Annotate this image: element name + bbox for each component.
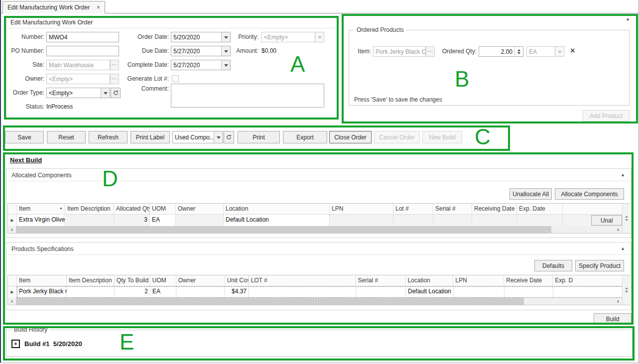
report-selector[interactable]: Used Compo...: [172, 131, 223, 143]
column-header-uom[interactable]: UOM: [150, 204, 176, 214]
print-button[interactable]: Print: [238, 131, 280, 143]
scroll-left-icon[interactable]: ‹: [8, 298, 16, 305]
tab-edit-manufacturing-work-order[interactable]: Edit Manufacturing Work Order ×: [2, 1, 105, 13]
export-button[interactable]: Export: [283, 131, 327, 143]
scroll-down-icon[interactable]: [625, 219, 628, 223]
cell-location[interactable]: Default Location: [406, 286, 454, 298]
table-row[interactable]: ▶ Pork Jerky Black Ch... 2 EA $4.37 Defa…: [8, 286, 622, 298]
build-history-entry[interactable]: + Build #1 5/20/2020: [11, 340, 82, 348]
column-header-location[interactable]: Location: [405, 275, 453, 286]
cell-uom[interactable]: EA: [150, 215, 176, 226]
column-header-receive-date[interactable]: Receive Date: [504, 275, 553, 286]
remove-product-icon[interactable]: ×: [570, 47, 575, 55]
reset-button[interactable]: Reset: [47, 131, 86, 143]
unallocate-all-button[interactable]: Unallocate All: [510, 188, 552, 200]
column-header-owner[interactable]: Owner: [176, 204, 224, 214]
column-header-lot[interactable]: LOT #: [249, 275, 356, 286]
build-history-title: Build History: [11, 326, 50, 333]
column-header-item[interactable]: Item▲: [17, 204, 65, 214]
refresh-button[interactable]: Refresh: [89, 131, 128, 143]
horizontal-scrollbar[interactable]: ‹ ›: [8, 298, 622, 305]
scroll-up-icon[interactable]: [625, 214, 628, 218]
cell-lpn[interactable]: [454, 286, 505, 298]
collapse-section-icon[interactable]: ▲: [621, 246, 625, 251]
scrollbar-thumb[interactable]: [16, 226, 551, 233]
vertical-scrollbar[interactable]: [622, 275, 630, 305]
complete-date-picker[interactable]: 5/27/2020: [171, 60, 231, 70]
column-header-unit-cost[interactable]: Unit Cost: [225, 275, 249, 286]
cell-item-description[interactable]: [67, 286, 115, 298]
specify-product-button[interactable]: Specify Product: [575, 260, 624, 271]
cell-exp-date[interactable]: [517, 215, 563, 226]
column-header-owner[interactable]: Owner: [176, 275, 225, 286]
report-refresh-button[interactable]: [224, 131, 234, 143]
unallocate-row-button[interactable]: Unal: [591, 215, 622, 226]
column-header-serial[interactable]: Serial #: [356, 275, 405, 286]
column-header-location[interactable]: Location: [224, 204, 330, 214]
cell-lot[interactable]: [393, 215, 433, 226]
save-button[interactable]: Save: [5, 131, 44, 143]
add-product-button[interactable]: Add Product: [583, 110, 630, 121]
column-header-qty-to-build[interactable]: Qty To Build: [115, 275, 150, 286]
column-header-receiving-date[interactable]: Receiving Date: [472, 204, 517, 214]
cell-qty-to-build[interactable]: 2: [115, 286, 150, 298]
cell-exp-d[interactable]: [553, 286, 623, 298]
collapse-panel-icon[interactable]: ▲: [626, 16, 630, 21]
cell-location[interactable]: Default Location: [224, 215, 330, 226]
expand-plus-icon[interactable]: +: [11, 340, 20, 348]
cell-owner[interactable]: [176, 286, 225, 298]
ordered-qty-input[interactable]: 2.00: [479, 46, 523, 57]
cell-receive-date[interactable]: [505, 286, 553, 298]
column-header-uom[interactable]: UOM: [150, 275, 176, 286]
scroll-up-icon[interactable]: [625, 286, 628, 289]
chevron-down-icon[interactable]: [221, 60, 230, 70]
chevron-down-icon[interactable]: [214, 131, 223, 143]
tab-close-icon[interactable]: ×: [97, 4, 100, 11]
allocate-components-button[interactable]: Allocate Components: [555, 188, 624, 200]
products-specifications-panel: Products Specifications ▲ Defaults Speci…: [6, 242, 632, 310]
cell-owner[interactable]: [176, 215, 224, 226]
column-header-lpn[interactable]: LPN: [453, 275, 504, 286]
cell-receiving-date[interactable]: [472, 215, 517, 226]
row-selector[interactable]: ▶: [8, 286, 17, 298]
column-header-lpn[interactable]: LPN: [330, 204, 393, 214]
scrollbar-thumb[interactable]: [16, 298, 524, 305]
column-header-item-description[interactable]: Item Description: [67, 275, 115, 286]
scroll-left-icon[interactable]: ‹: [8, 226, 16, 233]
order-type-select[interactable]: <Empty>: [46, 88, 110, 98]
build-button[interactable]: Build: [594, 313, 632, 325]
column-header-item-description[interactable]: Item Description: [65, 204, 114, 214]
qty-spinner[interactable]: [514, 47, 523, 56]
cell-item-description[interactable]: [65, 215, 114, 226]
scroll-down-icon[interactable]: [625, 291, 628, 294]
comment-input[interactable]: [171, 84, 324, 108]
horizontal-scrollbar[interactable]: ‹ ›: [8, 226, 622, 233]
column-header-exp-d[interactable]: Exp. D: [553, 275, 622, 286]
cell-lot[interactable]: [249, 286, 356, 298]
cell-lpn[interactable]: [330, 215, 393, 226]
table-row[interactable]: ▶ Extra Virgin Olive Oil 3 EA Default Lo…: [8, 215, 622, 226]
scrollbar-track[interactable]: [551, 226, 614, 233]
print-label-button[interactable]: Print Label: [130, 131, 170, 143]
divider: [6, 254, 631, 255]
defaults-button[interactable]: Defaults: [534, 260, 572, 271]
column-header-lot[interactable]: Lot #: [393, 204, 433, 214]
column-header-item[interactable]: Item: [17, 275, 67, 286]
cell-allocated-qty[interactable]: 3: [114, 215, 150, 226]
cell-item[interactable]: Pork Jerky Black Ch...: [17, 286, 67, 298]
row-selector[interactable]: ▶: [8, 215, 17, 226]
scroll-right-icon[interactable]: ›: [614, 298, 622, 305]
cell-serial[interactable]: [356, 286, 406, 298]
column-header-exp-date[interactable]: Exp. Date: [517, 204, 563, 214]
vertical-scrollbar[interactable]: [622, 204, 630, 233]
scrollbar-track[interactable]: [524, 298, 614, 305]
scroll-right-icon[interactable]: ›: [614, 226, 622, 233]
cell-unit-cost[interactable]: $4.37: [225, 286, 249, 298]
cell-item[interactable]: Extra Virgin Olive Oil: [17, 215, 65, 226]
column-header-allocated-qty[interactable]: Allocated Qty: [114, 204, 150, 214]
column-header-serial[interactable]: Serial #: [433, 204, 472, 214]
collapse-section-icon[interactable]: ▲: [621, 172, 625, 177]
close-order-button[interactable]: Close Order: [329, 131, 372, 143]
cell-serial[interactable]: [433, 215, 472, 226]
cell-uom[interactable]: EA: [150, 286, 176, 298]
